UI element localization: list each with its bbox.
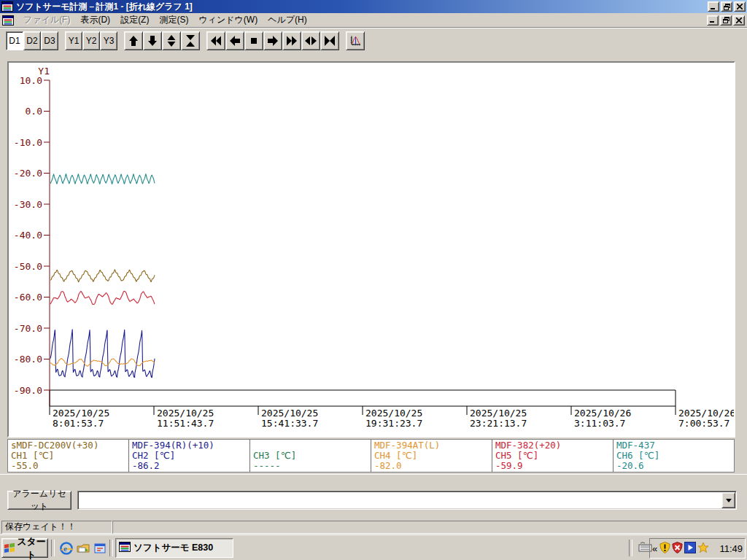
menu-s[interactable]: 測定(S) <box>154 12 193 28</box>
menu-d[interactable]: 表示(D) <box>75 12 115 28</box>
tray-chevron-icon[interactable]: « <box>652 543 657 554</box>
show-desktop-icon[interactable] <box>75 540 90 556</box>
collapse-horizontal-button[interactable] <box>320 31 339 50</box>
step-back-button[interactable] <box>225 31 244 50</box>
svg-text:23:21:13.7: 23:21:13.7 <box>470 418 527 429</box>
legend-sensor-name: MDF-394AT(L) <box>374 440 492 451</box>
start-button[interactable]: スタート <box>1 538 48 558</box>
legend-current-value: ----- <box>253 461 371 471</box>
expand-vertical-button[interactable] <box>162 31 181 50</box>
svg-text:2025/10/25: 2025/10/25 <box>365 408 422 419</box>
svg-text:-80.0: -80.0 <box>14 354 42 365</box>
toolbar-button-d3[interactable]: D3 <box>41 31 58 50</box>
menu-z[interactable]: 設定(Z) <box>115 12 154 28</box>
svg-text:-90.0: -90.0 <box>14 385 42 396</box>
menu-w[interactable]: ウィンドウ(W) <box>193 12 263 28</box>
window-title: ソフトサーモ計測－計測1 - [折れ線グラフ 1] <box>16 1 193 13</box>
taskbar-divider <box>629 540 632 556</box>
restore-button[interactable] <box>721 1 732 12</box>
legend-channel-label: CH5 [℃] <box>495 451 613 461</box>
toolbar-button-y1[interactable]: Y1 <box>65 31 82 50</box>
svg-text:-50.0: -50.0 <box>14 261 42 272</box>
menu-h[interactable]: ヘルプ(H) <box>263 12 312 28</box>
toolbar-button-d1[interactable]: D1 <box>6 31 23 50</box>
mdi-close-button[interactable] <box>733 15 745 26</box>
system-tray: « 11:49 <box>649 538 746 559</box>
favorites-star-icon[interactable] <box>697 542 709 556</box>
taskbar: スタート e ソフトサーモ E830 « 11:49 <box>0 534 747 560</box>
svg-text:7:00:53.7: 7:00:53.7 <box>678 418 729 429</box>
graph-display-button[interactable] <box>346 31 365 50</box>
windows-logo-icon <box>4 542 15 555</box>
app-icon <box>1 1 13 12</box>
alarm-bar: アラームリセット <box>0 474 747 518</box>
svg-text:2025/10/25: 2025/10/25 <box>470 408 527 419</box>
screen: ソフトサーモ計測－計測1 - [折れ線グラフ 1] ファイル(F)表示(D)設定… <box>0 0 747 560</box>
menu-items: ファイル(F)表示(D)設定(Z)測定(S)ウィンドウ(W)ヘルプ(H) <box>18 12 312 28</box>
svg-text:-60.0: -60.0 <box>14 292 42 303</box>
svg-text:-10.0: -10.0 <box>14 137 42 148</box>
legend-current-value: -55.0 <box>11 461 128 471</box>
legend-channel-ch1: sMDF-DC200V(+30)CH1 [℃]-55.0 <box>8 440 129 472</box>
svg-text:19:31:23.7: 19:31:23.7 <box>365 418 422 429</box>
legend-channel-label: CH3 [℃] <box>253 451 371 461</box>
alarm-reset-button[interactable]: アラームリセット <box>7 491 71 510</box>
toolbar-button-d2[interactable]: D2 <box>23 31 41 50</box>
collapse-vertical-button[interactable] <box>181 31 200 50</box>
line-chart: 10.00.0-10.0-20.0-30.0-40.0-50.0-60.0-70… <box>9 63 734 436</box>
legend-current-value: -20.6 <box>616 461 734 471</box>
internet-explorer-icon[interactable]: e <box>58 540 74 556</box>
svg-text:11:51:43.7: 11:51:43.7 <box>157 418 214 429</box>
alarm-combobox[interactable] <box>77 491 737 510</box>
media-window-icon[interactable] <box>92 540 107 556</box>
taskbar-item-softthermo[interactable]: ソフトサーモ E830 <box>115 538 233 558</box>
media-player-icon[interactable] <box>684 542 696 556</box>
start-label: スタート <box>17 535 46 560</box>
svg-text:8:01:53.7: 8:01:53.7 <box>53 418 104 429</box>
title-bar: ソフトサーモ計測－計測1 - [折れ線グラフ 1] <box>0 0 747 13</box>
svg-text:2025/10/26: 2025/10/26 <box>678 408 734 419</box>
stop-button[interactable] <box>244 31 263 50</box>
taskbar-clock[interactable]: 11:49 <box>719 543 743 554</box>
legend-channel-ch3: CH3 [℃]----- <box>250 440 371 472</box>
minimize-button[interactable] <box>708 1 719 12</box>
status-cell-empty <box>112 521 747 534</box>
legend-current-value: -82.0 <box>374 461 492 471</box>
toolbar-button-y3[interactable]: Y3 <box>100 31 117 50</box>
svg-text:-20.0: -20.0 <box>14 168 42 179</box>
legend-sensor-name: MDF-382(+20) <box>495 440 613 451</box>
client-area: 10.00.0-10.0-20.0-30.0-40.0-50.0-60.0-70… <box>0 52 747 534</box>
svg-text:-30.0: -30.0 <box>14 199 42 210</box>
expand-horizontal-button[interactable] <box>301 31 320 50</box>
legend-sensor-name: MDF-437 <box>616 440 734 451</box>
close-button[interactable] <box>734 1 746 12</box>
combo-dropdown-button[interactable] <box>721 492 735 508</box>
combo-value <box>80 494 721 508</box>
status-message: 保存ウェイト！！ <box>1 521 112 534</box>
skip-forward-button[interactable] <box>282 31 301 50</box>
legend-channel-ch5: MDF-382(+20)CH5 [℃]-59.9 <box>492 440 614 472</box>
mdi-minimize-button[interactable] <box>707 15 719 26</box>
scroll-down-button[interactable] <box>143 31 162 50</box>
app-icon <box>119 541 131 555</box>
legend-sensor-name: MDF-394(R)(+10) <box>132 440 249 451</box>
toolbar-button-y2[interactable]: Y2 <box>82 31 100 50</box>
chevron-down-icon <box>726 499 732 502</box>
svg-text:Y1: Y1 <box>38 66 50 77</box>
security-disabled-icon[interactable] <box>672 542 683 556</box>
skip-back-button[interactable] <box>206 31 225 50</box>
scroll-up-button[interactable] <box>124 31 143 50</box>
legend-channel-label: CH6 [℃] <box>616 451 734 461</box>
task-label: ソフトサーモ E830 <box>133 542 213 554</box>
step-forward-button[interactable] <box>263 31 282 50</box>
mdi-restore-button[interactable] <box>720 15 732 26</box>
svg-text:-40.0: -40.0 <box>14 230 42 241</box>
line-graph-panel: 10.00.0-10.0-20.0-30.0-40.0-50.0-60.0-70… <box>7 61 735 438</box>
toolbar-dataset-axis-buttons: D1D2D3Y1Y2Y3 <box>6 31 117 50</box>
document-icon <box>2 15 14 26</box>
security-alert-icon[interactable] <box>659 542 670 556</box>
channel-legend: sMDF-DC200V(+30)CH1 [℃]-55.0MDF-394(R)(+… <box>7 439 735 472</box>
menu-f[interactable]: ファイル(F) <box>18 12 75 28</box>
svg-text:2025/10/25: 2025/10/25 <box>261 408 318 419</box>
legend-channel-ch2: MDF-394(R)(+10)CH2 [℃]-86.2 <box>129 440 250 472</box>
